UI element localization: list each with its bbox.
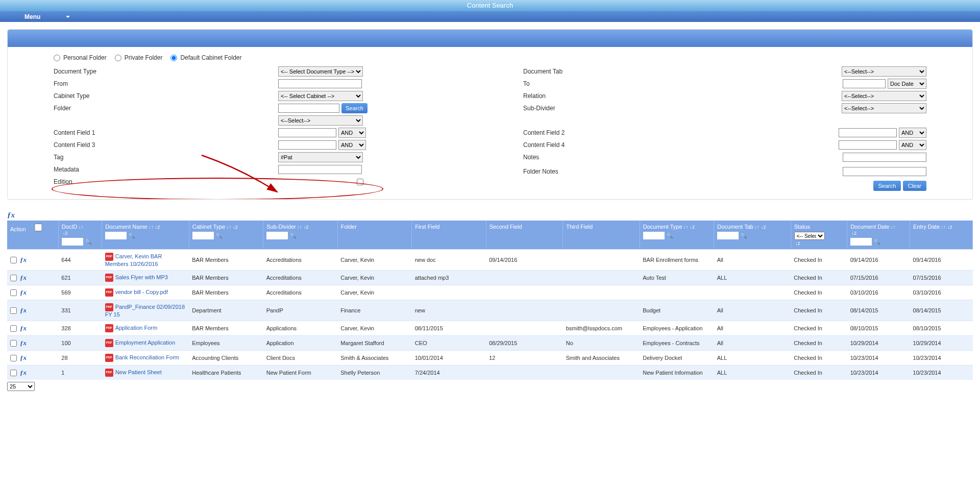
sub-divider-select[interactable]: <--Select--> xyxy=(842,103,926,113)
col-docid[interactable]: DocID↓↑↓z 🔍 xyxy=(58,221,102,250)
docdate-filter[interactable] xyxy=(850,238,872,246)
document-tab-select[interactable]: <--Select--> xyxy=(842,66,926,77)
table-row[interactable]: ƒx1New Patient SheetHealthcare PatientsN… xyxy=(7,366,973,380)
cf2-input[interactable] xyxy=(839,128,897,137)
cf3-input[interactable] xyxy=(278,140,336,150)
table-row[interactable]: ƒx621Sales Flyer with MP3BAR MembersAccr… xyxy=(7,271,973,285)
table-row[interactable]: ƒx328Application FormBAR MembersApplicat… xyxy=(7,321,973,336)
cell-status: Checked In xyxy=(791,336,847,351)
col-subdiv[interactable]: Sub-Divider↓↑ ↓z 🔍 xyxy=(263,221,338,250)
cell-subdiv: Client Docs xyxy=(263,351,338,366)
metadata-input[interactable] xyxy=(278,165,362,174)
subdiv-filter[interactable] xyxy=(266,232,288,239)
table-row[interactable]: ƒx644Carver, Kevin BAR Members 10/26/201… xyxy=(7,250,973,271)
status-filter[interactable]: <-- Select xyxy=(794,232,825,240)
cf1-input[interactable] xyxy=(278,128,336,137)
tag-select[interactable]: #Pat xyxy=(278,152,363,162)
search-icon[interactable]: 🔍 xyxy=(128,232,135,239)
cabtype-filter[interactable] xyxy=(192,232,214,239)
fx-icon[interactable]: ƒx xyxy=(20,339,27,347)
fx-icon[interactable]: ƒx xyxy=(7,211,15,219)
fx-icon[interactable]: ƒx xyxy=(20,354,27,362)
search-icon[interactable]: 🔍 xyxy=(740,232,747,239)
docname-link[interactable]: Sales Flyer with MP3 xyxy=(115,274,168,280)
col-doctab[interactable]: Document Tab↓↑ ↓z 🔍 xyxy=(714,221,791,250)
cf3-op-select[interactable]: AND xyxy=(338,140,366,150)
fx-icon[interactable]: ƒx xyxy=(20,274,27,282)
col-docdate[interactable]: Document Date↓↑↓z 🔍 xyxy=(847,221,910,250)
table-row[interactable]: ƒx331PandP_Finance 02/09/2018 FY 15Depar… xyxy=(7,300,973,321)
row-checkbox[interactable] xyxy=(10,355,17,361)
col-status[interactable]: Status <-- Select ↓z xyxy=(791,221,847,250)
fx-icon[interactable]: ƒx xyxy=(20,288,27,297)
menu-button[interactable]: Menu xyxy=(24,13,70,20)
page-size-select[interactable]: 25 xyxy=(7,382,35,391)
cell-cabtype: Accounting Clients xyxy=(189,351,263,366)
col-entrydate[interactable]: Entry Date↓↑ ↓z xyxy=(910,221,973,250)
fx-icon[interactable]: ƒx xyxy=(20,306,27,314)
folder-input[interactable] xyxy=(278,104,339,113)
folder-sub-select[interactable]: <--Select--> xyxy=(278,115,363,126)
col-doctype[interactable]: Document Type↓↑ ↓z 🔍 xyxy=(640,221,714,250)
cf1-op-select[interactable]: AND xyxy=(338,128,366,138)
to-date-select[interactable]: Doc Date xyxy=(888,79,926,89)
search-button[interactable]: Search xyxy=(873,181,901,191)
row-checkbox[interactable] xyxy=(10,307,17,314)
docid-filter[interactable] xyxy=(62,238,83,246)
fx-icon[interactable]: ƒx xyxy=(20,256,27,264)
docname-link[interactable]: vendor bill - Copy.pdf xyxy=(115,289,168,295)
search-icon[interactable]: 🔍 xyxy=(666,232,673,239)
row-checkbox[interactable] xyxy=(10,275,17,281)
docname-link[interactable]: Employment Application xyxy=(115,339,175,346)
doctab-filter[interactable] xyxy=(717,232,739,239)
row-checkbox[interactable] xyxy=(10,289,17,296)
row-checkbox[interactable] xyxy=(10,340,17,347)
table-row[interactable]: ƒx100Employment ApplicationEmployeesAppl… xyxy=(7,336,973,351)
fx-icon[interactable]: ƒx xyxy=(20,369,27,377)
clear-button[interactable]: Clear xyxy=(903,181,926,191)
cabinet-type-select[interactable]: <-- Select Cabinet --> xyxy=(278,91,363,101)
row-checkbox[interactable] xyxy=(10,370,17,376)
folder-search-button[interactable]: Search xyxy=(341,103,368,113)
search-icon[interactable]: 🔍 xyxy=(289,232,297,239)
search-icon[interactable]: 🔍 xyxy=(85,238,92,245)
relation-select[interactable]: <--Select--> xyxy=(842,91,926,101)
edition-checkbox[interactable] xyxy=(357,179,363,185)
cf4-op-select[interactable]: AND xyxy=(899,140,926,150)
col-cabtype[interactable]: Cabinet Type↓↑ ↓z 🔍 xyxy=(189,221,263,250)
private-folder-radio[interactable] xyxy=(115,55,121,61)
fx-icon[interactable]: ƒx xyxy=(20,324,27,332)
docname-link[interactable]: PandP_Finance 02/09/2018 FY 15 xyxy=(105,304,185,318)
table-row[interactable]: ƒx28Bank Reconciliation FormAccounting C… xyxy=(7,351,973,366)
col-first-field[interactable]: First Field xyxy=(412,221,486,250)
col-third-field[interactable]: Third Field xyxy=(563,221,640,250)
select-all-checkbox[interactable] xyxy=(28,224,49,231)
cf4-input[interactable] xyxy=(839,140,897,150)
docname-link[interactable]: New Patient Sheet xyxy=(115,369,162,375)
search-icon[interactable]: 🔍 xyxy=(873,238,880,245)
row-checkbox[interactable] xyxy=(10,257,17,263)
document-type-select[interactable]: <-- Select Document Type --> xyxy=(278,66,363,77)
docname-filter[interactable] xyxy=(105,232,127,239)
personal-folder-radio[interactable] xyxy=(54,55,60,61)
cell-folder: Smith & Associates xyxy=(337,351,412,366)
col-second-field[interactable]: Second Field xyxy=(486,221,563,250)
cell-cabtype: Employees xyxy=(189,336,263,351)
docname-link[interactable]: Carver, Kevin BAR Members 10/26/2016 xyxy=(105,253,162,267)
default-cabinet-radio[interactable] xyxy=(170,55,177,61)
col-docname[interactable]: Document Name↓↑ ↓z 🔍 xyxy=(102,221,189,250)
from-input[interactable] xyxy=(278,79,362,88)
to-input[interactable] xyxy=(843,79,886,88)
table-row[interactable]: ƒx569vendor bill - Copy.pdfBAR MembersAc… xyxy=(7,285,973,300)
docname-link[interactable]: Application Form xyxy=(115,325,158,331)
cell-subdiv: New Patient Form xyxy=(263,366,338,380)
search-icon[interactable]: 🔍 xyxy=(215,232,223,239)
cf2-op-select[interactable]: AND xyxy=(899,128,926,138)
col-folder[interactable]: Folder xyxy=(337,221,412,250)
docname-link[interactable]: Bank Reconciliation Form xyxy=(115,354,179,360)
notes-input[interactable] xyxy=(843,153,926,162)
row-checkbox[interactable] xyxy=(10,325,17,332)
doctype-filter[interactable] xyxy=(643,232,665,239)
cell-docid: 1 xyxy=(58,366,102,380)
folder-notes-input[interactable] xyxy=(843,167,926,176)
